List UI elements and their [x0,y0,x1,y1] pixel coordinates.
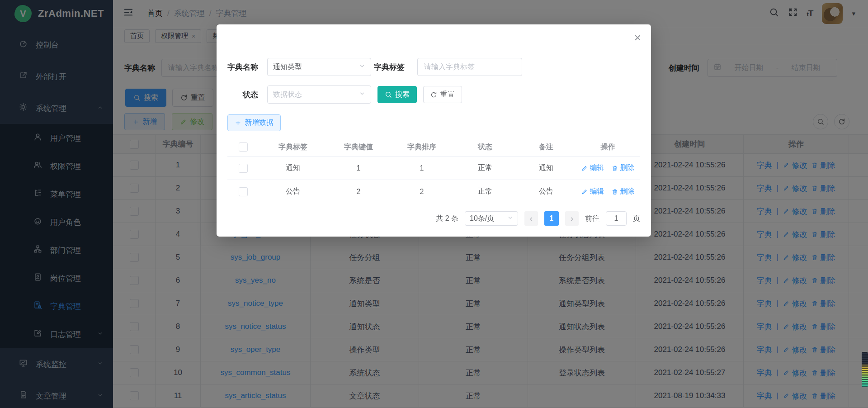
add-dict-data-button[interactable]: 新增数据 [227,114,281,131]
action-cell: 编辑 删除 [576,180,640,203]
dict-label-input[interactable] [417,58,522,76]
delete-link[interactable]: 删除 [612,163,635,173]
dict-label-label: 字典标签 [374,62,405,72]
dialog-form-row-2: 状态 数据状态 搜索 重置 [227,85,640,104]
status-label: 状态 [227,90,258,100]
table-row: 通知 1 1 正常 通知 编辑 删除 [227,156,640,180]
dialog-table-header: 字典标签 字典键值 字典排序 状态 备注 操作 [227,138,640,156]
page-1-button[interactable]: 1 [544,211,559,226]
row-checkbox[interactable] [239,187,248,196]
prev-page-button[interactable]: ‹ [524,211,538,226]
dialog-table: 字典标签 字典键值 字典排序 状态 备注 操作 通知 1 1 正常 通知 编辑 … [227,138,640,203]
edit-link[interactable]: 编辑 [581,187,604,196]
goto-page-input[interactable] [606,211,627,226]
dialog-form-row-1: 字典名称 通知类型 字典标签 [227,58,640,76]
status-select[interactable]: 数据状态 [267,85,371,104]
dialog-reset-button[interactable]: 重置 [423,86,462,103]
next-page-button[interactable]: › [565,211,579,226]
dict-name-label: 字典名称 [227,62,258,72]
dict-data-dialog: × 字典名称 通知类型 字典标签 状态 数据状态 搜索 重置 [217,24,651,237]
dialog-form: 字典名称 通知类型 字典标签 状态 数据状态 搜索 重置 [227,58,640,131]
col-action: 操作 [576,138,640,156]
scrollbar-thumb[interactable] [862,352,868,387]
remark-cell: 公告 [517,180,576,203]
dialog-search-button[interactable]: 搜索 [377,86,417,103]
dict-sort-cell: 2 [390,180,453,203]
pagination: 共 2 条 10条/页 ‹ 1 › 前往 页 [227,211,640,226]
remark-cell: 通知 [517,156,576,180]
close-icon[interactable]: × [634,32,641,43]
table-row: 公告 2 2 正常 公告 编辑 删除 [227,180,640,203]
col-remark: 备注 [517,138,576,156]
chevron-down-icon [359,90,365,99]
page-size-select[interactable]: 10条/页 [465,211,518,226]
dict-label-cell: 通知 [259,156,327,180]
dict-value-cell: 2 [327,180,390,203]
select-all-cell [227,138,259,156]
col-status: 状态 [453,138,517,156]
page-unit-label: 页 [633,214,640,223]
total-count: 共 2 条 [436,214,458,223]
dict-value-cell: 1 [327,156,390,180]
row-select-cell [227,180,259,203]
dict-label-cell: 公告 [259,180,327,203]
select-all-checkbox[interactable] [239,142,248,152]
col-dict-value: 字典键值 [327,138,390,156]
status-cell: 正常 [453,180,517,203]
edit-link[interactable]: 编辑 [581,163,604,173]
action-cell: 编辑 删除 [576,156,640,180]
row-checkbox[interactable] [239,164,248,173]
chevron-down-icon [359,63,365,71]
col-dict-sort: 字典排序 [390,138,453,156]
dict-name-select[interactable]: 通知类型 [267,58,371,76]
status-cell: 正常 [453,156,517,180]
row-select-cell [227,156,259,180]
col-dict-label: 字典标签 [259,138,327,156]
dialog-table-body: 通知 1 1 正常 通知 编辑 删除 公告 2 2 正常 [227,156,640,203]
goto-label: 前往 [585,214,599,223]
dict-sort-cell: 1 [390,156,453,180]
chevron-down-icon [507,214,513,223]
delete-link[interactable]: 删除 [612,187,635,196]
